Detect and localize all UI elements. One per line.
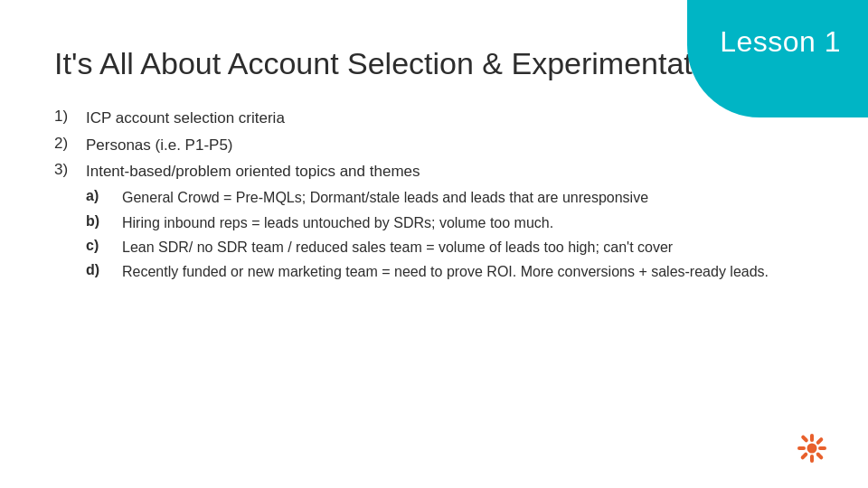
svg-rect-4 [818,446,826,450]
corner-decoration [687,0,868,117]
sub-list-item-c: c) Lean SDR/ no SDR team / reduced sales… [86,238,769,258]
list-item-1: 1) ICP account selection criteria [54,108,814,129]
sub-text-c: Lean SDR/ no SDR team / reduced sales te… [122,238,673,258]
list-item-2: 2) Personas (i.e. P1-P5) [54,135,814,156]
svg-point-0 [807,444,817,454]
sub-letter-d: d) [86,262,122,278]
sub-list-item-a: a) General Crowd = Pre-MQLs; Dormant/sta… [86,188,769,208]
svg-rect-7 [800,435,808,443]
lesson-label: Lesson 1 [720,25,841,59]
svg-rect-3 [797,446,806,450]
main-list: 1) ICP account selection criteria 2) Per… [54,108,814,287]
hubspot-logo [792,428,832,468]
sub-text-a: General Crowd = Pre-MQLs; Dormant/stale … [122,188,648,208]
list-text-3: Intent-based/problem oriented topics and… [86,161,420,183]
list-num-2: 2) [54,135,86,153]
svg-rect-2 [810,455,814,463]
sub-letter-b: b) [86,213,122,230]
sub-list-item-b: b) Hiring inbound reps = leads untouched… [86,213,769,233]
sub-list-item-d: d) Recently funded or new marketing team… [86,262,769,282]
svg-rect-1 [810,434,814,442]
svg-rect-8 [816,452,824,460]
sub-text-d: Recently funded or new marketing team = … [122,262,769,282]
svg-rect-5 [816,436,824,445]
list-item-3: 3) Intent-based/problem oriented topics … [54,161,814,286]
sub-letter-c: c) [86,238,122,254]
list-num-3: 3) [54,161,86,179]
sub-text-b: Hiring inbound reps = leads untouched by… [122,213,553,233]
list-num-1: 1) [54,108,86,126]
svg-rect-6 [800,452,808,460]
list-text-1: ICP account selection criteria [86,108,285,129]
list-text-2: Personas (i.e. P1-P5) [86,135,233,156]
slide: Lesson 1 It's All About Account Selectio… [0,0,868,488]
sub-list: a) General Crowd = Pre-MQLs; Dormant/sta… [86,188,769,287]
sub-letter-a: a) [86,188,122,204]
